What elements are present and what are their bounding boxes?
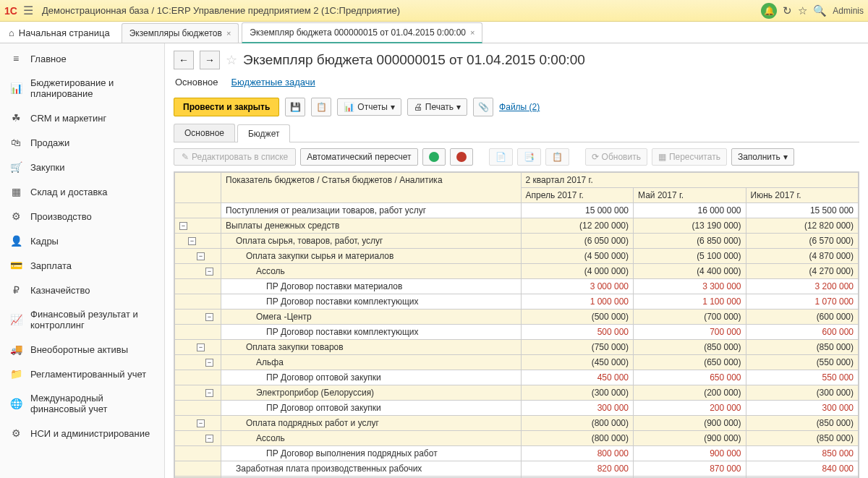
expander-icon[interactable]: − [188, 237, 196, 245]
cell-value[interactable]: (4 500 000) [521, 249, 633, 264]
sidebar-item-8[interactable]: 💳Зарплата [0, 253, 164, 278]
forward-button[interactable]: → [200, 51, 220, 69]
attach-button[interactable]: 📎 [473, 98, 493, 116]
cell-value[interactable]: (5 100 000) [634, 249, 746, 264]
table-row[interactable]: ПР Договор выполнения подрядных работ800… [175, 446, 859, 461]
cell-value[interactable]: (650 000) [634, 355, 746, 370]
cell-value[interactable]: (850 000) [746, 431, 858, 446]
cell-value[interactable]: (700 000) [634, 310, 746, 325]
cell-value[interactable]: 200 000 [634, 401, 746, 416]
cell-value[interactable]: (850 000) [746, 416, 858, 431]
cell-value[interactable]: (450 000) [521, 355, 633, 370]
expander-icon[interactable]: − [205, 389, 213, 397]
cell-value[interactable]: 800 000 [521, 446, 633, 461]
cell-value[interactable]: (800 000) [521, 431, 633, 446]
sidebar-item-2[interactable]: ☘CRM и маркетинг [0, 106, 164, 130]
cell-value[interactable]: (12 820 000) [746, 218, 858, 234]
expander-icon[interactable]: − [205, 435, 213, 443]
sidebar-item-10[interactable]: 📈Финансовый результат и контроллинг [0, 302, 164, 337]
save-button[interactable]: 💾 [285, 98, 305, 116]
tab-budget-instance-15[interactable]: Экземпляр бюджета 000000015 от 01.04.201… [242, 22, 482, 43]
cell-value[interactable]: (4 870 000) [746, 249, 858, 264]
subtab-tasks[interactable]: Бюджетные задачи [231, 77, 315, 88]
cell-value[interactable]: 3 000 000 [521, 279, 633, 294]
sidebar-item-11[interactable]: 🚚Внеоборотные активы [0, 337, 164, 362]
favorite-icon[interactable]: ☆ [798, 4, 807, 17]
star-icon[interactable]: ☆ [226, 52, 237, 68]
cell-value[interactable]: (750 000) [521, 340, 633, 355]
sidebar-item-12[interactable]: 📁Регламентированный учет [0, 362, 164, 386]
sidebar-item-1[interactable]: 📊Бюджетирование и планирование [0, 71, 164, 106]
table-row[interactable]: −Ассоль(800 000)(900 000)(850 000) [175, 431, 859, 446]
cell-value[interactable]: 1 100 000 [634, 294, 746, 310]
history-icon[interactable]: ↻ [783, 4, 792, 17]
expander-icon[interactable]: − [197, 343, 205, 351]
expander-icon[interactable]: − [197, 419, 205, 427]
table-row[interactable]: −Электроприбор (Белоруссия)(300 000)(200… [175, 385, 859, 401]
cell-value[interactable]: (900 000) [634, 431, 746, 446]
cell-value[interactable]: 500 000 [521, 325, 633, 340]
cell-value[interactable]: 870 000 [634, 461, 746, 477]
cell-value[interactable]: 16 000 000 [634, 203, 746, 218]
sidebar-item-14[interactable]: ⚙НСИ и администрирование [0, 421, 164, 445]
budget-grid[interactable]: Показатель бюджетов / Статья бюджетов / … [174, 172, 859, 478]
table-row[interactable]: −Альфа(450 000)(650 000)(550 000) [175, 355, 859, 370]
cell-value[interactable]: (600 000) [746, 310, 858, 325]
expander-icon[interactable]: − [205, 268, 213, 276]
table-row[interactable]: ПР Договор оптовой закупки450 000650 000… [175, 370, 859, 385]
expander-icon[interactable]: − [179, 222, 187, 230]
inner-tab-main[interactable]: Основное [174, 124, 235, 142]
cell-value[interactable]: (13 190 000) [634, 218, 746, 234]
sidebar-item-3[interactable]: 🛍Продажи [0, 130, 164, 155]
cell-value[interactable]: (850 000) [746, 340, 858, 355]
red-action-button[interactable] [450, 148, 473, 166]
cell-value[interactable]: (850 000) [634, 340, 746, 355]
cell-value[interactable]: (200 000) [634, 385, 746, 401]
cell-value[interactable]: 600 000 [746, 325, 858, 340]
cell-value[interactable]: 1 070 000 [746, 294, 858, 310]
sidebar-item-7[interactable]: 👤Кадры [0, 229, 164, 253]
sidebar-item-0[interactable]: ≡Главное [0, 46, 164, 71]
reports-dropdown[interactable]: 📊 Отчеты ▾ [337, 98, 401, 116]
cell-value[interactable]: (4 270 000) [746, 264, 858, 279]
inner-tab-budget[interactable]: Бюджет [237, 124, 290, 142]
cell-value[interactable]: 850 000 [746, 446, 858, 461]
bell-icon[interactable]: 🔔 [761, 3, 777, 19]
close-icon[interactable]: × [470, 28, 475, 37]
expander-icon[interactable]: − [197, 252, 205, 260]
cell-value[interactable]: 3 200 000 [746, 279, 858, 294]
menu-icon[interactable]: ☰ [23, 4, 33, 17]
sidebar-item-4[interactable]: 🛒Закупки [0, 155, 164, 179]
cell-value[interactable]: (6 050 000) [521, 234, 633, 249]
cell-value[interactable]: (900 000) [634, 416, 746, 431]
fill-dropdown[interactable]: Заполнить ▾ [731, 148, 794, 166]
cell-value[interactable]: (4 400 000) [634, 264, 746, 279]
cell-value[interactable]: (500 000) [521, 310, 633, 325]
back-button[interactable]: ← [174, 51, 194, 69]
sidebar-item-6[interactable]: ⚙Производство [0, 204, 164, 229]
cell-value[interactable]: 300 000 [521, 401, 633, 416]
close-icon[interactable]: × [226, 29, 231, 38]
table-row[interactable]: −Оплата закупки сырья и материалов(4 500… [175, 249, 859, 264]
cell-value[interactable]: 3 300 000 [634, 279, 746, 294]
table-row[interactable]: ПР Договор поставки комплектующих1 000 0… [175, 294, 859, 310]
cell-value[interactable]: (12 200 000) [521, 218, 633, 234]
cell-value[interactable]: (4 000 000) [521, 264, 633, 279]
tab-budget-instances[interactable]: Экземпляры бюджетов × [122, 23, 239, 43]
expander-icon[interactable]: − [205, 313, 213, 321]
cell-value[interactable]: (800 000) [521, 416, 633, 431]
table-row[interactable]: −Омега -Центр(500 000)(700 000)(600 000) [175, 310, 859, 325]
sidebar-item-5[interactable]: ▦Склад и доставка [0, 179, 164, 204]
cell-value[interactable]: (300 000) [746, 385, 858, 401]
home-tab[interactable]: ⌂ Начальная страница [0, 23, 119, 43]
cell-value[interactable]: (6 850 000) [634, 234, 746, 249]
table-row[interactable]: −Оплата закупки товаров(750 000)(850 000… [175, 340, 859, 355]
table-row[interactable]: ПР Договор поставки комплектующих500 000… [175, 325, 859, 340]
cell-value[interactable]: (550 000) [746, 355, 858, 370]
table-row[interactable]: −Выплаты денежных средств(12 200 000)(13… [175, 218, 859, 234]
cell-value[interactable]: 550 000 [746, 370, 858, 385]
cell-value[interactable]: 15 000 000 [521, 203, 633, 218]
auto-recalc-button[interactable]: Автоматический пересчет [300, 148, 417, 166]
table-row[interactable]: Заработная плата производственных рабочи… [175, 461, 859, 477]
cell-value[interactable]: 15 500 000 [746, 203, 858, 218]
